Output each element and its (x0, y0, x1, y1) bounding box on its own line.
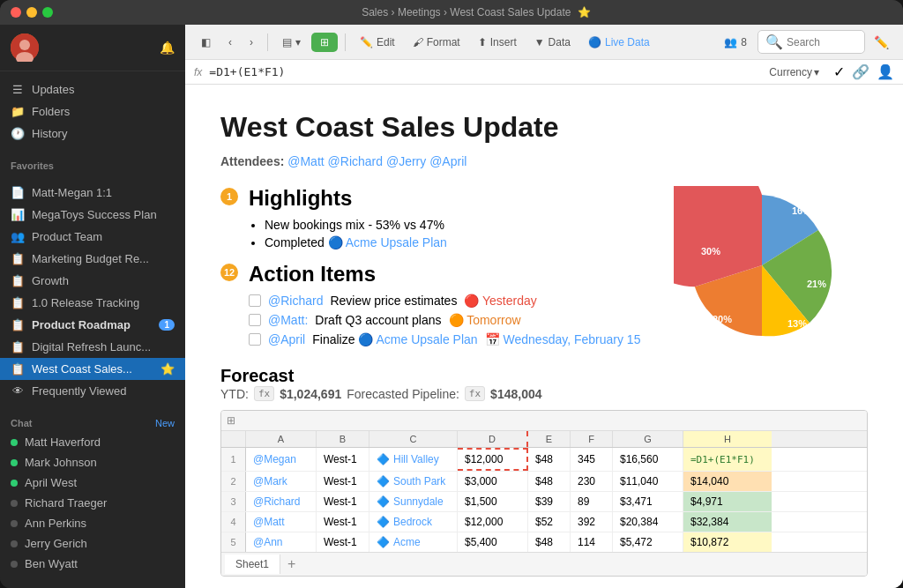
cell-h1[interactable]: =D1+(E1*F1) (683, 448, 772, 471)
sidebar-item-product-roadmap[interactable]: 📋 Product Roadmap 1 (0, 314, 185, 336)
search-box[interactable]: 🔍 (757, 30, 865, 54)
cell-d1[interactable]: $12,000 (458, 448, 528, 471)
action-checkbox-2[interactable] (249, 314, 261, 326)
sheet-tab-1[interactable]: Sheet1 (225, 555, 280, 574)
cell-c3[interactable]: 🔷Sunnydale (369, 492, 458, 511)
chat-item-jerry[interactable]: Jerry Gerich (0, 533, 185, 554)
cell-d4[interactable]: $12,000 (458, 512, 528, 532)
sidebar-item-frequently-viewed[interactable]: 👁 Frequently Viewed (0, 380, 185, 402)
spreadsheet-row-4[interactable]: 4 @Matt West-1 🔷Bedrock $12,000 $52 392 … (221, 512, 867, 532)
insert-icon: ⬆ (478, 36, 487, 48)
col-header-b: B (317, 431, 369, 447)
sidebar-item-growth[interactable]: 📋 Growth (0, 270, 185, 292)
action-checkbox-1[interactable] (249, 294, 261, 307)
sidebar-item-megatoys[interactable]: 📊 MegaToys Success Plan (0, 204, 185, 226)
cell-f3[interactable]: 89 (571, 492, 613, 511)
sidebar-item-digital-refresh[interactable]: 📋 Digital Refresh Launc... (0, 336, 185, 358)
back-button[interactable]: ‹ (221, 33, 239, 52)
cell-c2[interactable]: 🔷South Park (369, 472, 458, 491)
sidebar-item-matt-megan[interactable]: 📄 Matt-Megan 1:1 (0, 182, 185, 204)
cell-b1[interactable]: West-1 (317, 448, 369, 471)
sidebar-item-west-coast[interactable]: 📋 West Coast Sales... ⭐ (0, 358, 185, 380)
cell-g3[interactable]: $3,471 (613, 492, 683, 511)
sidebar-item-release[interactable]: 📋 1.0 Release Tracking (0, 292, 185, 314)
cell-h3[interactable]: $4,971 (683, 492, 772, 511)
cell-d5[interactable]: $5,400 (458, 532, 528, 552)
formula-input[interactable]: =D1+(E1*F1) (209, 65, 762, 78)
spreadsheet-row-1[interactable]: 1 @Megan West-1 🔷Hill Valley $12,000 $48… (221, 448, 867, 472)
live-data-label: Live Data (605, 36, 650, 48)
cell-h5[interactable]: $10,872 (683, 532, 772, 552)
search-input[interactable] (787, 36, 857, 48)
cell-b3[interactable]: West-1 (317, 492, 369, 511)
formula-checkmark-icon[interactable]: ✓ (833, 63, 845, 80)
spreadsheet-row-5[interactable]: 5 @Ann West-1 🔷Acme $5,400 $48 114 $5,47… (221, 532, 867, 552)
insert-button[interactable]: ⬆ Insert (471, 33, 524, 52)
currency-selector[interactable]: Currency ▾ (769, 66, 819, 78)
edit-button[interactable]: ✏️ Edit (353, 33, 402, 52)
cell-f2[interactable]: 230 (571, 472, 613, 491)
cell-e5[interactable]: $48 (528, 532, 571, 552)
cell-h4[interactable]: $32,384 (683, 512, 772, 532)
chat-item-richard[interactable]: Richard Traeger (0, 493, 185, 513)
forward-button[interactable]: › (243, 33, 260, 52)
formula-label: fx (194, 66, 202, 78)
cell-a4[interactable]: @Matt (246, 512, 317, 532)
view-list-button[interactable]: ▤ ▾ (275, 33, 308, 52)
spreadsheet-row-2[interactable]: 2 @Mark West-1 🔷South Park $3,000 $48 23… (221, 472, 867, 492)
sidebar-item-history[interactable]: 🕐 History (0, 123, 185, 145)
maximize-button[interactable] (42, 7, 53, 18)
sidebar-toggle-button[interactable]: ◧ (194, 33, 218, 52)
cell-g4[interactable]: $20,384 (613, 512, 683, 532)
sidebar-item-marketing[interactable]: 📋 Marketing Budget Re... (0, 248, 185, 270)
view-grid-button[interactable]: ⊞ (311, 33, 338, 52)
cell-a1[interactable]: @Megan (246, 448, 317, 471)
chat-item-mark[interactable]: Mark Johnson (0, 452, 185, 473)
cell-d3[interactable]: $1,500 (458, 492, 528, 511)
minimize-button[interactable] (26, 7, 37, 18)
cell-f5[interactable]: 114 (571, 532, 613, 552)
grid-view-icon: ⊞ (320, 36, 329, 48)
people-button[interactable]: 👥 8 (717, 33, 754, 52)
action-checkbox-3[interactable] (249, 333, 261, 346)
sidebar-item-folders[interactable]: 📁 Folders (0, 100, 185, 123)
cell-e4[interactable]: $52 (528, 512, 571, 532)
cell-h2[interactable]: $14,040 (683, 472, 772, 491)
cell-f4[interactable]: 392 (571, 512, 613, 532)
sidebar-item-product-team[interactable]: 👥 Product Team (0, 226, 185, 248)
cell-b4[interactable]: West-1 (317, 512, 369, 532)
cell-b2[interactable]: West-1 (317, 472, 369, 491)
highlight-item-1: New bookings mix - 53% vs 47% (265, 218, 656, 232)
cell-c5[interactable]: 🔷Acme (369, 532, 458, 552)
notification-bell-icon[interactable]: 🔔 (160, 41, 175, 55)
cell-g5[interactable]: $5,472 (613, 532, 683, 552)
live-data-button[interactable]: 🔵 Live Data (581, 33, 657, 52)
add-sheet-button[interactable]: + (280, 553, 302, 576)
cell-g2[interactable]: $11,040 (613, 472, 683, 491)
chat-item-matt[interactable]: Matt Haverford (0, 432, 185, 452)
cell-e3[interactable]: $39 (528, 492, 571, 511)
cell-f1[interactable]: 345 (571, 448, 613, 471)
cell-e1[interactable]: $48 (528, 448, 571, 471)
formula-link-icon[interactable]: 🔗 (852, 63, 869, 80)
spreadsheet-toolbar: ⊞ (221, 411, 867, 431)
chat-item-ben[interactable]: Ben Wyatt (0, 554, 185, 574)
chat-item-april[interactable]: April West (0, 473, 185, 493)
close-button[interactable] (11, 7, 21, 18)
new-doc-button[interactable]: ✏️ (869, 32, 894, 53)
formula-user-icon[interactable]: 👤 (877, 63, 894, 80)
cell-c4[interactable]: 🔷Bedrock (369, 512, 458, 532)
format-button[interactable]: 🖌 Format (406, 33, 467, 52)
cell-a3[interactable]: @Richard (246, 492, 317, 511)
chat-item-ann[interactable]: Ann Perkins (0, 513, 185, 533)
cell-e2[interactable]: $48 (528, 472, 571, 491)
cell-a2[interactable]: @Mark (246, 472, 317, 491)
cell-b5[interactable]: West-1 (317, 532, 369, 552)
cell-c1[interactable]: 🔷Hill Valley (369, 448, 458, 471)
data-button[interactable]: ▼ Data (527, 33, 578, 52)
spreadsheet-row-3[interactable]: 3 @Richard West-1 🔷Sunnydale $1,500 $39 … (221, 492, 867, 512)
cell-a5[interactable]: @Ann (246, 532, 317, 552)
cell-d2[interactable]: $3,000 (458, 472, 528, 491)
sidebar-item-updates[interactable]: ☰ Updates (0, 78, 185, 100)
cell-g1[interactable]: $16,560 (613, 448, 683, 471)
